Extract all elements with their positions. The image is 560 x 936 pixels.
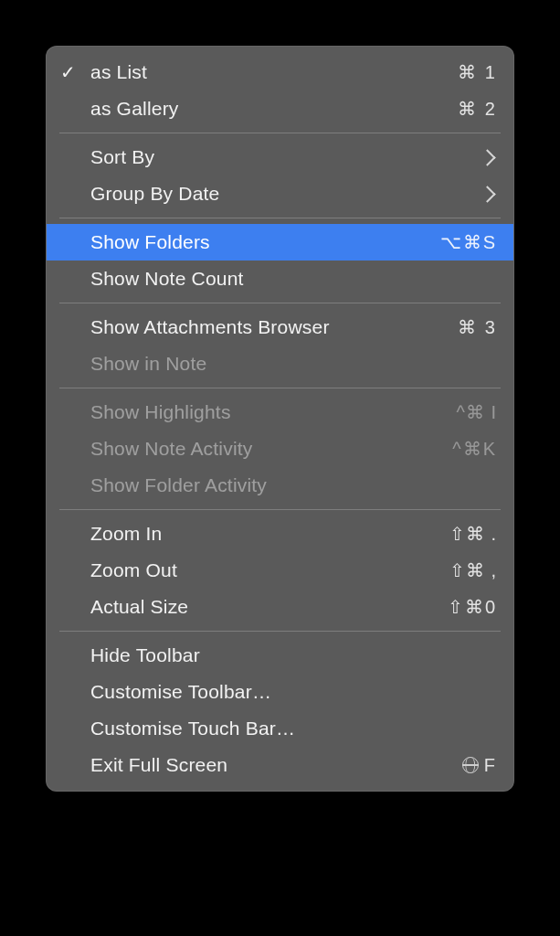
menu-item-shortcut: ⌘ 1 bbox=[458, 61, 497, 83]
shortcut-key: F bbox=[484, 755, 497, 776]
menu-item-label: Zoom In bbox=[90, 523, 449, 545]
menu-item-label: Show Note Count bbox=[90, 268, 497, 290]
menu-item-shortcut: ⌥⌘S bbox=[440, 231, 497, 253]
menu-item-label: Hide Toolbar bbox=[90, 644, 497, 666]
menu-item-shortcut: ⌘ 2 bbox=[458, 98, 497, 120]
menu-item-shortcut: ⇧⌘ . bbox=[449, 523, 497, 545]
menu-item-customise-toolbar[interactable]: Customise Toolbar… bbox=[47, 674, 513, 710]
menu-separator bbox=[59, 303, 501, 303]
menu-item-zoom-in[interactable]: Zoom In⇧⌘ . bbox=[47, 516, 513, 552]
menu-item-zoom-out[interactable]: Zoom Out⇧⌘ , bbox=[47, 552, 513, 589]
menu-item-show-folders[interactable]: Show Folders⌥⌘S bbox=[47, 224, 513, 261]
menu-separator bbox=[59, 509, 501, 510]
menu-item-label: Show Highlights bbox=[90, 401, 457, 423]
menu-item-label: as Gallery bbox=[90, 98, 458, 120]
context-menu: ✓as List⌘ 1as Gallery⌘ 2Sort ByGroup By … bbox=[46, 46, 514, 792]
menu-item-shortcut: ^⌘K bbox=[452, 438, 497, 460]
menu-item-label: Show Attachments Browser bbox=[90, 316, 458, 338]
menu-item-label: Show in Note bbox=[90, 353, 497, 375]
chevron-right-icon bbox=[481, 188, 497, 200]
menu-item-actual-size[interactable]: Actual Size⇧⌘0 bbox=[47, 589, 513, 625]
menu-item-label: Show Note Activity bbox=[90, 438, 452, 460]
menu-item-as-list[interactable]: ✓as List⌘ 1 bbox=[47, 54, 513, 90]
menu-item-label: as List bbox=[90, 61, 458, 83]
menu-item-shortcut: ⇧⌘0 bbox=[448, 596, 497, 618]
menu-item-shortcut: ⌘ 3 bbox=[458, 316, 497, 338]
menu-item-hide-toolbar[interactable]: Hide Toolbar bbox=[47, 637, 513, 674]
menu-item-sort-by[interactable]: Sort By bbox=[47, 139, 513, 176]
menu-item-customise-touch-bar[interactable]: Customise Touch Bar… bbox=[47, 710, 513, 747]
menu-item-shortcut: ^⌘ I bbox=[457, 401, 498, 423]
menu-separator bbox=[59, 388, 501, 388]
menu-item-shortcut: F bbox=[462, 755, 497, 776]
menu-item-show-note-count[interactable]: Show Note Count bbox=[47, 261, 513, 297]
menu-item-label: Sort By bbox=[90, 146, 481, 168]
menu-item-show-note-activity: Show Note Activity^⌘K bbox=[47, 431, 513, 467]
menu-item-label: Group By Date bbox=[90, 183, 481, 205]
check-icon: ✓ bbox=[47, 61, 90, 83]
menu-item-label: Exit Full Screen bbox=[90, 754, 462, 776]
menu-item-show-attachments-browser[interactable]: Show Attachments Browser⌘ 3 bbox=[47, 309, 513, 346]
menu-item-as-gallery[interactable]: as Gallery⌘ 2 bbox=[47, 90, 513, 127]
menu-separator bbox=[59, 133, 501, 133]
menu-item-label: Customise Toolbar… bbox=[90, 681, 497, 703]
menu-item-label: Zoom Out bbox=[90, 559, 449, 581]
menu-item-show-in-note: Show in Note bbox=[47, 346, 513, 382]
menu-item-label: Show Folders bbox=[90, 231, 440, 253]
menu-item-label: Customise Touch Bar… bbox=[90, 718, 497, 739]
menu-item-show-highlights: Show Highlights^⌘ I bbox=[47, 394, 513, 431]
menu-item-label: Show Folder Activity bbox=[90, 474, 497, 496]
chevron-right-icon bbox=[481, 152, 497, 164]
menu-item-show-folder-activity: Show Folder Activity bbox=[47, 467, 513, 504]
menu-item-exit-full-screen[interactable]: Exit Full ScreenF bbox=[47, 747, 513, 783]
menu-item-shortcut: ⇧⌘ , bbox=[449, 559, 497, 581]
menu-item-label: Actual Size bbox=[90, 596, 448, 618]
globe-icon bbox=[462, 757, 479, 773]
menu-item-group-by-date[interactable]: Group By Date bbox=[47, 176, 513, 212]
menu-separator bbox=[59, 631, 501, 632]
menu-separator bbox=[59, 218, 501, 218]
